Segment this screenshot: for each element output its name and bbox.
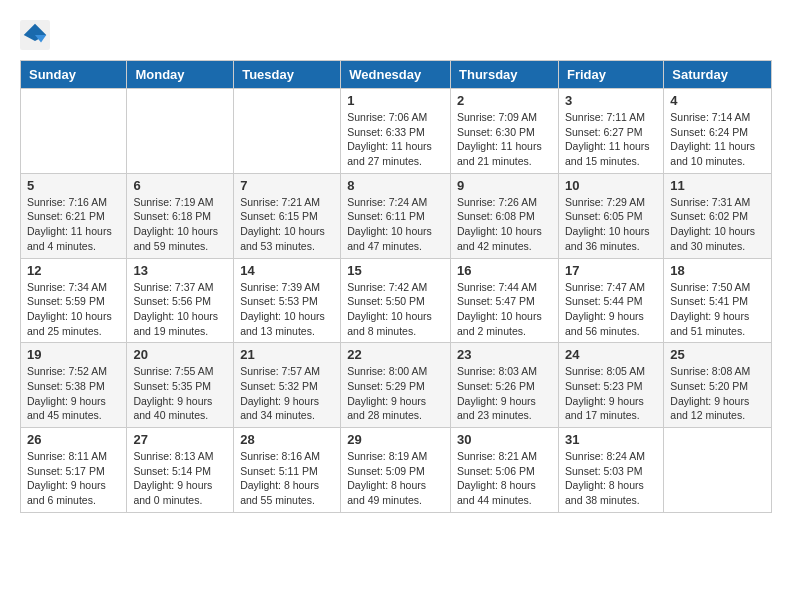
day-cell	[127, 89, 234, 174]
day-info: Sunrise: 8:19 AMSunset: 5:09 PMDaylight:…	[347, 449, 444, 508]
day-info: Sunrise: 7:24 AMSunset: 6:11 PMDaylight:…	[347, 195, 444, 254]
day-cell: 9Sunrise: 7:26 AMSunset: 6:08 PMDaylight…	[451, 173, 559, 258]
day-cell: 15Sunrise: 7:42 AMSunset: 5:50 PMDayligh…	[341, 258, 451, 343]
day-cell: 4Sunrise: 7:14 AMSunset: 6:24 PMDaylight…	[664, 89, 772, 174]
calendar-table: SundayMondayTuesdayWednesdayThursdayFrid…	[20, 60, 772, 513]
day-number: 31	[565, 432, 657, 447]
day-number: 17	[565, 263, 657, 278]
day-info: Sunrise: 7:57 AMSunset: 5:32 PMDaylight:…	[240, 364, 334, 423]
day-number: 3	[565, 93, 657, 108]
day-info: Sunrise: 7:29 AMSunset: 6:05 PMDaylight:…	[565, 195, 657, 254]
day-number: 28	[240, 432, 334, 447]
day-cell	[21, 89, 127, 174]
day-cell: 2Sunrise: 7:09 AMSunset: 6:30 PMDaylight…	[451, 89, 559, 174]
day-number: 5	[27, 178, 120, 193]
day-number: 16	[457, 263, 552, 278]
day-cell: 13Sunrise: 7:37 AMSunset: 5:56 PMDayligh…	[127, 258, 234, 343]
day-cell: 10Sunrise: 7:29 AMSunset: 6:05 PMDayligh…	[558, 173, 663, 258]
day-info: Sunrise: 7:21 AMSunset: 6:15 PMDaylight:…	[240, 195, 334, 254]
day-info: Sunrise: 8:24 AMSunset: 5:03 PMDaylight:…	[565, 449, 657, 508]
day-cell: 22Sunrise: 8:00 AMSunset: 5:29 PMDayligh…	[341, 343, 451, 428]
day-cell: 1Sunrise: 7:06 AMSunset: 6:33 PMDaylight…	[341, 89, 451, 174]
week-row-2: 5Sunrise: 7:16 AMSunset: 6:21 PMDaylight…	[21, 173, 772, 258]
day-cell: 26Sunrise: 8:11 AMSunset: 5:17 PMDayligh…	[21, 428, 127, 513]
day-number: 13	[133, 263, 227, 278]
day-number: 30	[457, 432, 552, 447]
weekday-header-tuesday: Tuesday	[234, 61, 341, 89]
day-info: Sunrise: 7:55 AMSunset: 5:35 PMDaylight:…	[133, 364, 227, 423]
day-number: 14	[240, 263, 334, 278]
week-row-4: 19Sunrise: 7:52 AMSunset: 5:38 PMDayligh…	[21, 343, 772, 428]
day-number: 20	[133, 347, 227, 362]
day-info: Sunrise: 7:31 AMSunset: 6:02 PMDaylight:…	[670, 195, 765, 254]
day-cell: 6Sunrise: 7:19 AMSunset: 6:18 PMDaylight…	[127, 173, 234, 258]
day-number: 15	[347, 263, 444, 278]
day-info: Sunrise: 8:03 AMSunset: 5:26 PMDaylight:…	[457, 364, 552, 423]
weekday-header-thursday: Thursday	[451, 61, 559, 89]
day-number: 1	[347, 93, 444, 108]
day-cell	[234, 89, 341, 174]
day-info: Sunrise: 8:08 AMSunset: 5:20 PMDaylight:…	[670, 364, 765, 423]
weekday-header-saturday: Saturday	[664, 61, 772, 89]
day-cell: 19Sunrise: 7:52 AMSunset: 5:38 PMDayligh…	[21, 343, 127, 428]
day-info: Sunrise: 7:26 AMSunset: 6:08 PMDaylight:…	[457, 195, 552, 254]
day-info: Sunrise: 8:00 AMSunset: 5:29 PMDaylight:…	[347, 364, 444, 423]
day-cell: 11Sunrise: 7:31 AMSunset: 6:02 PMDayligh…	[664, 173, 772, 258]
day-number: 24	[565, 347, 657, 362]
day-info: Sunrise: 8:05 AMSunset: 5:23 PMDaylight:…	[565, 364, 657, 423]
day-number: 25	[670, 347, 765, 362]
day-cell: 16Sunrise: 7:44 AMSunset: 5:47 PMDayligh…	[451, 258, 559, 343]
day-number: 23	[457, 347, 552, 362]
logo-icon	[20, 20, 50, 50]
week-row-3: 12Sunrise: 7:34 AMSunset: 5:59 PMDayligh…	[21, 258, 772, 343]
week-row-5: 26Sunrise: 8:11 AMSunset: 5:17 PMDayligh…	[21, 428, 772, 513]
day-info: Sunrise: 7:52 AMSunset: 5:38 PMDaylight:…	[27, 364, 120, 423]
day-number: 22	[347, 347, 444, 362]
day-number: 29	[347, 432, 444, 447]
day-cell: 25Sunrise: 8:08 AMSunset: 5:20 PMDayligh…	[664, 343, 772, 428]
day-info: Sunrise: 7:19 AMSunset: 6:18 PMDaylight:…	[133, 195, 227, 254]
day-cell: 5Sunrise: 7:16 AMSunset: 6:21 PMDaylight…	[21, 173, 127, 258]
day-info: Sunrise: 8:11 AMSunset: 5:17 PMDaylight:…	[27, 449, 120, 508]
weekday-header-sunday: Sunday	[21, 61, 127, 89]
weekday-header-friday: Friday	[558, 61, 663, 89]
day-cell: 12Sunrise: 7:34 AMSunset: 5:59 PMDayligh…	[21, 258, 127, 343]
day-cell: 28Sunrise: 8:16 AMSunset: 5:11 PMDayligh…	[234, 428, 341, 513]
day-cell: 27Sunrise: 8:13 AMSunset: 5:14 PMDayligh…	[127, 428, 234, 513]
day-number: 8	[347, 178, 444, 193]
day-cell: 17Sunrise: 7:47 AMSunset: 5:44 PMDayligh…	[558, 258, 663, 343]
day-info: Sunrise: 7:39 AMSunset: 5:53 PMDaylight:…	[240, 280, 334, 339]
day-number: 26	[27, 432, 120, 447]
day-number: 10	[565, 178, 657, 193]
page-header	[20, 20, 772, 50]
day-info: Sunrise: 7:06 AMSunset: 6:33 PMDaylight:…	[347, 110, 444, 169]
day-info: Sunrise: 7:14 AMSunset: 6:24 PMDaylight:…	[670, 110, 765, 169]
day-cell: 24Sunrise: 8:05 AMSunset: 5:23 PMDayligh…	[558, 343, 663, 428]
day-number: 4	[670, 93, 765, 108]
day-number: 12	[27, 263, 120, 278]
day-cell: 20Sunrise: 7:55 AMSunset: 5:35 PMDayligh…	[127, 343, 234, 428]
day-cell: 18Sunrise: 7:50 AMSunset: 5:41 PMDayligh…	[664, 258, 772, 343]
day-number: 11	[670, 178, 765, 193]
day-number: 7	[240, 178, 334, 193]
day-info: Sunrise: 7:37 AMSunset: 5:56 PMDaylight:…	[133, 280, 227, 339]
weekday-header-monday: Monday	[127, 61, 234, 89]
day-number: 18	[670, 263, 765, 278]
day-cell: 21Sunrise: 7:57 AMSunset: 5:32 PMDayligh…	[234, 343, 341, 428]
logo	[20, 20, 54, 50]
week-row-1: 1Sunrise: 7:06 AMSunset: 6:33 PMDaylight…	[21, 89, 772, 174]
day-info: Sunrise: 8:21 AMSunset: 5:06 PMDaylight:…	[457, 449, 552, 508]
day-info: Sunrise: 7:42 AMSunset: 5:50 PMDaylight:…	[347, 280, 444, 339]
day-info: Sunrise: 7:11 AMSunset: 6:27 PMDaylight:…	[565, 110, 657, 169]
weekday-header-row: SundayMondayTuesdayWednesdayThursdayFrid…	[21, 61, 772, 89]
day-cell: 31Sunrise: 8:24 AMSunset: 5:03 PMDayligh…	[558, 428, 663, 513]
day-cell	[664, 428, 772, 513]
day-cell: 7Sunrise: 7:21 AMSunset: 6:15 PMDaylight…	[234, 173, 341, 258]
day-info: Sunrise: 7:34 AMSunset: 5:59 PMDaylight:…	[27, 280, 120, 339]
day-cell: 29Sunrise: 8:19 AMSunset: 5:09 PMDayligh…	[341, 428, 451, 513]
day-info: Sunrise: 7:47 AMSunset: 5:44 PMDaylight:…	[565, 280, 657, 339]
day-info: Sunrise: 7:09 AMSunset: 6:30 PMDaylight:…	[457, 110, 552, 169]
day-number: 19	[27, 347, 120, 362]
day-cell: 23Sunrise: 8:03 AMSunset: 5:26 PMDayligh…	[451, 343, 559, 428]
day-number: 6	[133, 178, 227, 193]
